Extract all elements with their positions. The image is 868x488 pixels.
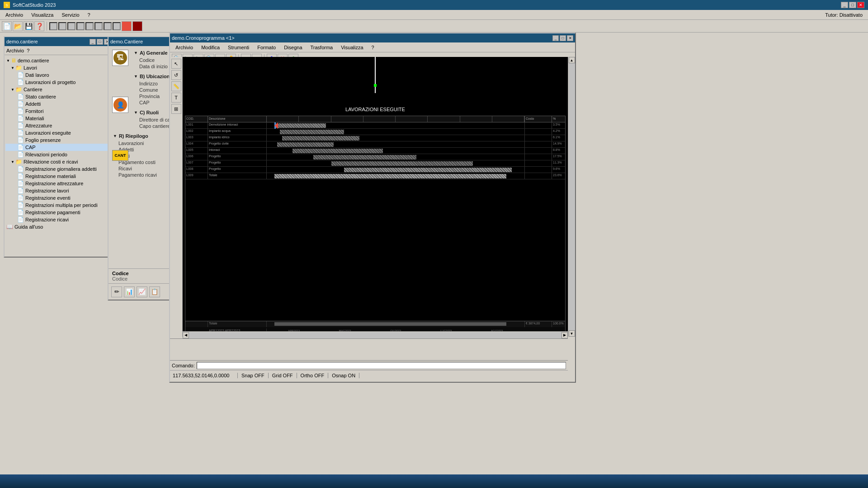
close-btn[interactable]: ✕ <box>857 2 864 8</box>
tree-attrezzature[interactable]: 📄 Attrezzature <box>5 122 111 129</box>
cantiere-restore[interactable]: □ <box>97 39 103 45</box>
cantiere-tree: ▼ 🖥 demo.cantiere ▼ 📁 Lavori 📄 Dati lavo… <box>5 55 112 257</box>
gantt-row-2[interactable]: L002 Impianto acqua 4.2% <box>185 129 565 135</box>
tool-annotate[interactable]: T <box>171 93 181 103</box>
crono-titlebar[interactable]: demo.Cronoprogramma <1> _ □ ✕ <box>170 33 575 42</box>
tree-cantiere[interactable]: ▼ 📁 Cantiere <box>5 86 111 93</box>
gantt-row-5[interactable]: L005 Intonaci 8.8% <box>185 148 565 154</box>
tree-reg-lavori[interactable]: 📄 Registrazione lavori <box>5 187 111 194</box>
tool-extra[interactable]: ⊞ <box>171 104 181 114</box>
crono-restore[interactable]: □ <box>560 35 566 41</box>
tool-select[interactable]: ↖ <box>171 59 181 69</box>
row3-costo <box>524 135 552 141</box>
maximize-btn[interactable]: □ <box>849 2 856 8</box>
tree-reg-giornaliera[interactable]: 📄 Registrazione giornaliera addetti <box>5 165 111 173</box>
tree-foglio-presenze[interactable]: 📄 Foglio presenze <box>5 136 111 144</box>
tree-lavori[interactable]: ▼ 📁 Lavori <box>5 64 111 71</box>
form-copy-btn[interactable]: 📋 <box>149 286 160 297</box>
tool5[interactable] <box>85 22 94 30</box>
tree-guida[interactable]: 📖 Guida all'uso <box>5 223 111 230</box>
tool-rotate[interactable]: ↺ <box>171 70 181 80</box>
gantt-row-1[interactable]: L001 Demolizione intonaci 3.5% <box>185 122 565 129</box>
tree-root[interactable]: ▼ 🖥 demo.cantiere <box>5 57 111 64</box>
save-btn[interactable]: 💾 <box>24 21 33 31</box>
tool8[interactable] <box>113 22 121 30</box>
tree-reg-materiali[interactable]: 📄 Registrazione materiali <box>5 173 111 180</box>
row1-costo <box>524 122 552 128</box>
gantt-row-8[interactable]: L008 Progetto 9.6% <box>185 167 565 173</box>
crono-minimize[interactable]: _ <box>552 35 559 41</box>
section-a-label: A) Generale <box>140 50 168 56</box>
hscroll-right[interactable]: ▶ <box>561 332 568 338</box>
open-btn[interactable]: 📂 <box>13 21 23 31</box>
lavorazioni-title: LAVORAZIONI ESEGUITE <box>345 107 405 112</box>
crono-visualizza[interactable]: Visualizza <box>337 44 367 51</box>
form-chart-btn[interactable]: 📊 <box>124 286 135 297</box>
tree-lavorazioni-eseguite[interactable]: 📄 Lavorazioni eseguite <box>5 129 111 136</box>
cantiere-minimize[interactable]: _ <box>90 39 96 45</box>
tree-lavorazioni-progetto[interactable]: 📄 Lavorazioni di progetto <box>5 79 111 86</box>
menu-visualizza[interactable]: Visualizza <box>28 11 57 19</box>
tool1[interactable] <box>49 22 57 30</box>
status-ortho[interactable]: Ortho OFF <box>297 373 329 378</box>
tree-rilevazione-costi[interactable]: ▼ 📁 Rilevazione costi e ricavi <box>5 158 111 165</box>
crono-trasforma[interactable]: Trasforma <box>307 44 337 51</box>
crono-disegna[interactable]: Disegna <box>280 44 306 51</box>
crono-hscroll[interactable]: ◀ ▶ <box>183 331 568 338</box>
tool4[interactable] <box>76 22 85 30</box>
form-edit-btn[interactable]: ✏ <box>111 286 122 297</box>
tool7[interactable] <box>104 22 112 30</box>
form-graph-btn[interactable]: 📈 <box>137 286 147 297</box>
crono-archivio[interactable]: Archivio <box>172 44 197 51</box>
row3-chart <box>267 135 524 141</box>
status-snap[interactable]: Snap OFF <box>238 373 269 378</box>
tree-reg-eventi[interactable]: 📄 Registrazione eventi <box>5 194 111 202</box>
menu-help[interactable]: ? <box>84 11 94 19</box>
cantiere-menu-help[interactable]: ? <box>27 48 29 53</box>
tool6[interactable] <box>94 22 103 30</box>
gantt-row-3[interactable]: L003 Impianto idrico 6.1% <box>185 135 565 141</box>
new-btn[interactable]: 📄 <box>2 21 12 31</box>
tree-reg-attrezzature[interactable]: 📄 Registrazione attrezzature <box>5 180 111 187</box>
vscroll-track[interactable] <box>569 63 575 330</box>
crono-close[interactable]: ✕ <box>567 35 573 41</box>
tool-measure[interactable]: 📏 <box>171 81 181 91</box>
tree-rilevazioni-periodo[interactable]: 📄 Rilevazioni periodo <box>5 151 111 158</box>
tool3[interactable] <box>67 22 75 30</box>
command-input[interactable] <box>197 362 566 369</box>
menu-archivio[interactable]: Archivio <box>2 11 27 19</box>
gantt-row-7[interactable]: L007 Progetto 11.3% <box>185 160 565 167</box>
crono-modifica[interactable]: Modifica <box>198 44 223 51</box>
cantiere-menu-archivio[interactable]: Archivio <box>6 48 24 53</box>
menu-servizio[interactable]: Servizio <box>58 11 83 19</box>
hscroll-track[interactable] <box>189 332 561 338</box>
crono-formato[interactable]: Formato <box>254 44 279 51</box>
tree-materiali[interactable]: 📄 Materiali <box>5 115 111 122</box>
hscroll-left[interactable]: ◀ <box>183 332 189 338</box>
crono-vscroll[interactable]: ▲ ▼ <box>568 57 575 337</box>
tree-reg-multipla[interactable]: 📄 Registrazioni multipla per periodi <box>5 202 111 209</box>
gantt-row-9[interactable]: L009 Totale 23.6% <box>185 173 565 179</box>
tool10[interactable] <box>132 21 142 31</box>
vscroll-down[interactable]: ▼ <box>569 330 575 337</box>
tree-reg-ricavi[interactable]: 📄 Registrazione ricavi <box>5 216 111 223</box>
crono-help[interactable]: ? <box>368 44 378 51</box>
cantiere-panel-titlebar[interactable]: demo.cantiere _ □ ✕ <box>5 37 112 46</box>
tool2[interactable] <box>58 22 66 30</box>
minimize-btn[interactable]: _ <box>841 2 848 8</box>
vscroll-up[interactable]: ▲ <box>569 57 575 63</box>
tree-stato-cantiere[interactable]: 📄 Stato cantiere <box>5 93 111 100</box>
tree-reg-pagamenti[interactable]: 📄 Registrazione pagamenti <box>5 209 111 216</box>
tree-fornitori[interactable]: 📄 Fornitori <box>5 108 111 115</box>
status-osnap[interactable]: Osnap ON <box>328 373 359 378</box>
tree-dati-lavoro[interactable]: 📄 Dati lavoro <box>5 71 111 79</box>
tool9[interactable] <box>122 21 132 31</box>
tree-addetti[interactable]: 📄 Addetti <box>5 100 111 108</box>
gantt-row-4[interactable]: L004 Progetto civile 14.9% <box>185 141 565 148</box>
gantt-row-6[interactable]: L006 Progetto 17.5% <box>185 154 565 160</box>
tree-cap[interactable]: 📄 CAP <box>5 144 111 151</box>
crono-strumenti[interactable]: Strumenti <box>224 44 253 51</box>
status-grid[interactable]: Grid OFF <box>269 373 297 378</box>
help-btn[interactable]: ❓ <box>34 21 44 31</box>
row8-costo <box>524 167 552 173</box>
